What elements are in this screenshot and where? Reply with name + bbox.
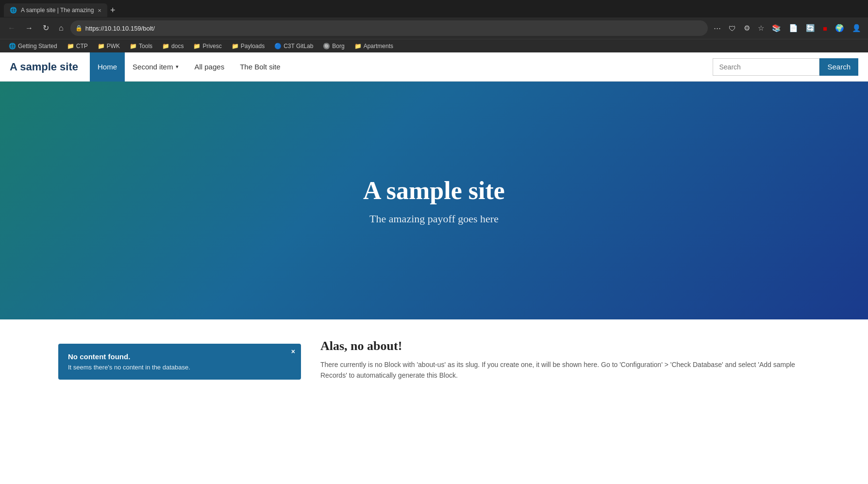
bookmark-privesc[interactable]: 📁 Privesc [189,42,225,50]
bookmark-tools[interactable]: 📁 Tools [126,42,156,50]
address-bar[interactable]: 🔒 https://10.10.10.159/bolt/ [70,20,708,36]
about-title: Alas, no about! [320,339,810,353]
bookmark-getting-started[interactable]: 🌐 Getting Started [5,42,61,50]
home-button[interactable]: ⌂ [56,22,67,34]
security-icon: 🔒 [75,25,83,32]
bookmark-favicon-pwk: 📁 [98,43,105,50]
bookmark-docs[interactable]: 📁 docs [158,42,187,50]
bookmark-favicon-tools: 📁 [130,43,137,50]
profile-icon[interactable]: 👤 [850,23,863,33]
bookmark-label-privesc: Privesc [202,43,221,50]
bookmark-pwk[interactable]: 📁 PWK [94,42,124,50]
content-inner: × No content found. It seems there's no … [0,319,868,401]
refresh-button[interactable]: ↻ [40,22,52,34]
bookmark-label-docs: docs [171,43,184,50]
hero-subtitle: The amazing payoff goes here [369,213,499,225]
about-text: There currently is no Block with 'about-… [320,359,810,381]
pocket-icon[interactable]: 🛡 [727,23,738,33]
nav-bar: ← → ↻ ⌂ 🔒 https://10.10.10.159/bolt/ ⋯ 🛡… [0,17,868,39]
nav-item-second-item-label: Second item [133,63,173,71]
url-text: https://10.10.10.159/bolt/ [85,25,703,32]
alert-body: It seems there's no content in the datab… [68,364,284,371]
bookmark-favicon-docs: 📁 [162,43,169,50]
forward-button[interactable]: → [22,22,36,34]
browser-toolbar-icons: ⋯ 🛡 ⚙ ☆ 📚 📄 🔄 ■ 🌍 👤 [712,23,863,33]
about-section: Alas, no about! There currently is no Bl… [320,339,810,381]
bookmarks-bar: 🌐 Getting Started 📁 CTP 📁 PWK 📁 Tools 📁 … [0,39,868,52]
alert-title: No content found. [68,352,284,361]
alert-box: × No content found. It seems there's no … [58,344,301,380]
nav-item-bolt-site[interactable]: The Bolt site [232,52,288,82]
bookmark-label-pwk: PWK [107,43,120,50]
bookmark-label-getting-started: Getting Started [18,43,57,50]
bookmark-favicon-payloads: 📁 [232,43,239,50]
bookmark-favicon-apartments: 📁 [354,43,362,50]
back-button[interactable]: ← [5,22,18,34]
bookmark-favicon-getting-started: 🌐 [9,43,16,50]
bookmark-label-apartments: Apartments [364,43,393,50]
library-icon[interactable]: 📚 [770,23,783,33]
hero-title: A sample site [363,176,505,205]
alert-close-button[interactable]: × [291,348,295,355]
bookmark-apartments[interactable]: 📁 Apartments [351,42,397,50]
bookmark-icon[interactable]: ☆ [756,23,766,33]
tab-title: A sample site | The amazing [21,7,94,14]
active-tab[interactable]: 🌐 A sample site | The amazing × [4,3,107,17]
page-navbar: A sample site Home Second item ▾ All pag… [0,52,868,82]
content-wrapper: × No content found. It seems there's no … [0,319,868,417]
bookmark-label-payloads: Payloads [241,43,265,50]
nav-item-all-pages[interactable]: All pages [186,52,232,82]
tab-bar: 🌐 A sample site | The amazing × + [0,0,868,17]
browser-chrome: 🌐 A sample site | The amazing × + ← → ↻ … [0,0,868,52]
bookmark-label-borg: Borg [332,43,344,50]
hero-section: A sample site The amazing payoff goes he… [0,82,868,319]
settings-icon[interactable]: ⚙ [742,23,752,33]
bookmark-label-ctp: CTP [76,43,88,50]
nav-menu: Home Second item ▾ All pages The Bolt si… [90,52,713,82]
bookmark-ctp[interactable]: 📁 CTP [63,42,92,50]
search-button[interactable]: Search [819,58,858,76]
extension1-icon[interactable]: ■ [821,23,829,33]
tab-close-button[interactable]: × [98,7,101,14]
search-section: Search [713,58,858,76]
bookmark-favicon-ctp: 📁 [67,43,74,50]
tab-favicon: 🌐 [10,7,17,14]
sync-icon[interactable]: 🔄 [804,23,817,33]
nav-item-second-item[interactable]: Second item ▾ [125,52,186,82]
bookmark-borg[interactable]: 🔘 Borg [319,42,348,50]
extensions-button[interactable]: ⋯ [712,23,723,33]
search-input[interactable] [713,58,819,76]
second-item-dropdown-arrow: ▾ [176,64,179,70]
bookmark-c3t-gitlab[interactable]: 🔵 C3T GitLab [270,42,317,50]
new-tab-button[interactable]: + [110,5,116,16]
extension2-icon[interactable]: 🌍 [833,23,846,33]
nav-item-home[interactable]: Home [90,52,125,82]
reader-view-icon[interactable]: 📄 [787,23,800,33]
bookmark-favicon-borg: 🔘 [323,43,330,50]
bookmark-payloads[interactable]: 📁 Payloads [228,42,268,50]
bookmark-label-tools: Tools [139,43,152,50]
site-brand[interactable]: A sample site [10,61,78,73]
bookmark-label-c3t: C3T GitLab [284,43,313,50]
bookmark-favicon-privesc: 📁 [193,43,200,50]
bookmark-favicon-c3t: 🔵 [274,43,282,50]
